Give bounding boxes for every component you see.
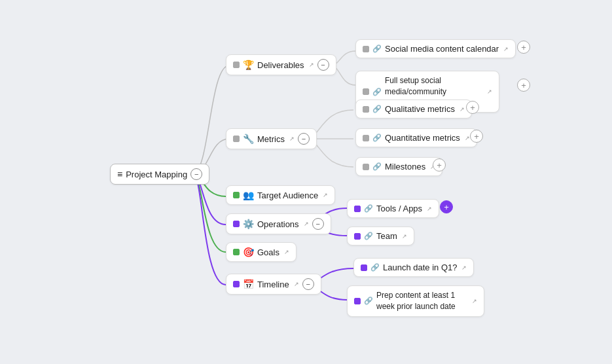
deliverables-arrow: ↗	[309, 62, 314, 68]
social-media-add[interactable]: +	[517, 41, 530, 54]
milestones-add[interactable]: +	[433, 158, 446, 172]
launch-date-arrow: ↗	[461, 264, 467, 271]
qualitative-add[interactable]: +	[466, 101, 479, 114]
social-media-arrow: ↗	[503, 46, 509, 52]
metrics-expand[interactable]: −	[298, 133, 310, 145]
tools-apps-arrow: ↗	[427, 206, 432, 212]
operations-arrow: ↗	[304, 221, 309, 227]
full-setup-arrow: ↗	[487, 88, 492, 96]
prep-content-node[interactable]: 🔗 Prep content at least 1 week prior lau…	[347, 285, 484, 317]
quantitative-node[interactable]: 🔗 Quantitative metrics ↗	[355, 128, 477, 147]
goals-sq	[233, 249, 240, 255]
tools-apps-add[interactable]: +	[440, 200, 453, 213]
metrics-node[interactable]: 🔧 Metrics ↗ −	[226, 128, 317, 149]
tools-apps-sq	[354, 206, 361, 212]
team-sq	[354, 233, 361, 240]
milestones-sq	[363, 164, 369, 170]
launch-date-node[interactable]: 🔗 Launch date in Q1? ↗	[353, 258, 474, 277]
metrics-sq	[233, 136, 240, 142]
target-audience-arrow: ↗	[323, 192, 328, 198]
milestones-label: Milestones	[385, 162, 425, 172]
metrics-label: Metrics	[257, 134, 285, 144]
deliverables-expand[interactable]: −	[317, 59, 329, 71]
social-media-label: Social media content calendar	[385, 44, 499, 54]
goals-label: Goals	[257, 247, 279, 257]
prep-content-label: Prep content at least 1 week prior launc…	[376, 290, 467, 312]
operations-label: Operations	[257, 219, 299, 229]
metrics-arrow: ↗	[289, 136, 295, 142]
milestones-node[interactable]: 🔗 Milestones ↗	[355, 157, 442, 176]
qualitative-sq	[363, 106, 369, 113]
quantitative-arrow: ↗	[465, 135, 470, 141]
qualitative-node[interactable]: 🔗 Qualitative metrics ↗	[355, 100, 472, 118]
prep-content-sq	[354, 298, 361, 304]
operations-expand[interactable]: −	[312, 218, 324, 230]
target-audience-node[interactable]: 👥 Target Audience ↗	[226, 185, 335, 205]
qualitative-label: Qualitative metrics	[385, 104, 455, 114]
full-setup-add[interactable]: +	[517, 79, 530, 92]
team-label: Team	[376, 231, 397, 241]
quantitative-label: Quantitative metrics	[385, 133, 460, 143]
operations-node[interactable]: ⚙️ Operations ↗ −	[226, 213, 331, 234]
team-arrow: ↗	[402, 233, 407, 240]
prep-content-arrow: ↗	[472, 297, 477, 306]
root-expand[interactable]: −	[190, 168, 202, 180]
deliverables-sq	[233, 62, 240, 68]
timeline-node[interactable]: 📅 Timeline ↗ −	[226, 274, 321, 295]
social-media-node[interactable]: 🔗 Social media content calendar ↗	[355, 39, 516, 58]
mind-map-canvas: ≡ Project Mapping − 🏆 Deliverables ↗ − 🔧…	[0, 0, 612, 364]
deliverables-node[interactable]: 🏆 Deliverables ↗ −	[226, 54, 336, 75]
team-node[interactable]: 🔗 Team ↗	[347, 227, 414, 246]
timeline-expand[interactable]: −	[302, 278, 314, 290]
target-audience-label: Target Audience	[257, 191, 318, 200]
timeline-label: Timeline	[257, 280, 289, 289]
tools-apps-node[interactable]: 🔗 Tools / Apps ↗	[347, 199, 439, 218]
timeline-sq	[233, 281, 240, 287]
goals-node[interactable]: 🎯 Goals ↗	[226, 242, 297, 262]
goals-arrow: ↗	[284, 249, 289, 255]
full-setup-sq	[363, 88, 369, 95]
timeline-arrow: ↗	[294, 281, 299, 287]
tools-apps-label: Tools / Apps	[376, 204, 422, 213]
quantitative-sq	[363, 135, 369, 141]
target-audience-sq	[233, 192, 240, 198]
deliverables-label: Deliverables	[257, 60, 304, 70]
social-media-sq	[363, 46, 369, 52]
quantitative-add[interactable]: +	[470, 130, 483, 143]
root-icon: ≡	[117, 169, 122, 179]
root-node[interactable]: ≡ Project Mapping −	[110, 164, 209, 185]
launch-date-label: Launch date in Q1?	[383, 263, 457, 272]
launch-date-sq	[361, 264, 367, 271]
operations-sq	[233, 221, 240, 227]
root-label: Project Mapping	[126, 170, 187, 179]
qualitative-arrow: ↗	[459, 106, 465, 113]
